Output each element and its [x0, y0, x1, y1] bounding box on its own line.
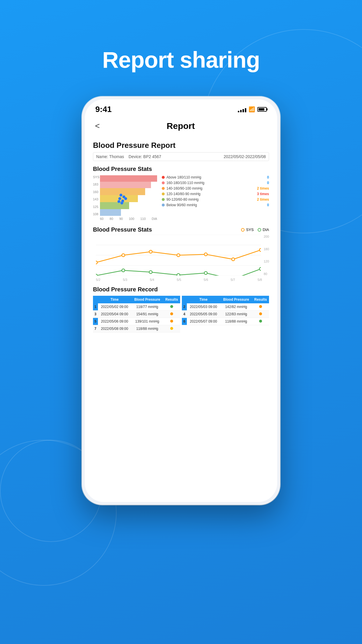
back-button[interactable]: < — [94, 120, 101, 132]
svg-point-19 — [122, 254, 125, 257]
legend-item-2: 160-180/100-110 mmHg 0 — [162, 181, 269, 185]
result-dot — [170, 320, 173, 323]
svg-point-18 — [96, 261, 97, 264]
row-bp: 118/88 mmHg — [131, 325, 163, 332]
table-row: 5 2022/05/06 09:00 139/101 mmHg — [93, 318, 180, 325]
table-row: 1 2022/05/02 09:00 118/77 mmHg — [93, 303, 180, 311]
result-dot — [259, 320, 262, 323]
line-chart-legend: SYS DIA — [241, 228, 269, 232]
signal-icon — [238, 106, 246, 112]
row-result — [163, 325, 180, 332]
table-header-row-left: Time Blood Pressure Results — [93, 296, 180, 303]
svg-point-26 — [122, 269, 125, 272]
svg-point-10 — [118, 197, 121, 200]
bp-legend: Above 180/110 mmHg 0 160-180/100-110 mmH… — [162, 175, 269, 209]
report-date: 2022/05/02-2022/05/08 — [224, 154, 266, 159]
row-num: 2 — [182, 303, 187, 311]
scatter-y-labels: SYS 183 160 143 125 108 — [93, 175, 99, 220]
legend-item-5: 90-120/60-80 mmHg 2 times — [162, 197, 269, 202]
row-bp: 154/91 mmHg — [131, 311, 163, 318]
table-left: Time Blood Pressure Results 1 2022/05/02… — [93, 296, 180, 332]
result-dot — [259, 312, 262, 315]
line-chart-svg — [96, 235, 261, 276]
row-result — [163, 303, 180, 311]
chart-y-labels: 200 180 120 80 — [264, 235, 269, 276]
table-row: 3 2022/05/04 09:00 154/91 mmHg — [93, 311, 180, 318]
row-bp: 118/77 mmHg — [131, 303, 163, 311]
battery-icon — [257, 107, 267, 112]
row-num: 1 — [93, 303, 98, 311]
bp-table-left: Time Blood Pressure Results 1 2022/05/02… — [93, 296, 180, 332]
svg-point-23 — [232, 258, 235, 261]
svg-point-28 — [177, 274, 180, 276]
svg-point-21 — [177, 254, 180, 257]
report-name: Name: Thomas — [96, 154, 124, 159]
row-time: 2022/05/07 09:00 — [187, 318, 220, 325]
dia-dot — [258, 228, 261, 232]
legend-dot-3 — [162, 187, 165, 190]
result-dot — [170, 305, 173, 308]
th-bp-right: Blood Pressure — [220, 296, 252, 303]
result-dot — [259, 305, 262, 308]
legend-item-1: Above 180/110 mmHg 0 — [162, 175, 269, 179]
row-num: 4 — [182, 311, 187, 318]
table-row: 4 2022/05/05 09:00 122/83 mmHg — [182, 311, 269, 318]
table-right: Time Blood Pressure Results 2 2022/05/03… — [182, 296, 269, 332]
result-dot — [170, 312, 173, 315]
bp-table-right: Time Blood Pressure Results 2 2022/05/03… — [182, 296, 269, 325]
sys-dot — [241, 228, 245, 232]
scatter-chart: SYS 183 160 143 125 108 — [93, 175, 157, 220]
legend-dot-6 — [162, 204, 165, 206]
report-content: Blood Pressure Report Name: Thomas Devic… — [85, 138, 277, 502]
svg-point-24 — [259, 249, 261, 251]
legend-dot-4 — [162, 192, 165, 195]
nav-bar: < Report — [85, 117, 277, 138]
legend-item-4: 120-140/80-90 mmHg 3 times — [162, 192, 269, 196]
row-num: 6 — [182, 318, 187, 325]
svg-point-25 — [96, 274, 97, 276]
row-bp: 118/88 mmHg — [220, 318, 252, 325]
wifi-icon: 📶 — [249, 106, 255, 113]
th-bp-left: Blood Pressure — [131, 296, 163, 303]
table-section-title: Blood Pressure Record — [93, 286, 269, 293]
row-bp: 122/83 mmHg — [220, 311, 252, 318]
status-bar: 9:41 📶 — [85, 99, 277, 117]
row-result — [252, 311, 269, 318]
row-num: 3 — [93, 311, 98, 318]
nav-title: Report — [101, 121, 260, 131]
svg-point-22 — [204, 253, 207, 256]
legend-dot-5 — [162, 198, 165, 201]
svg-point-6 — [120, 194, 122, 197]
line-chart-container: 200 180 120 80 — [93, 235, 269, 281]
svg-point-9 — [124, 197, 127, 200]
row-time: 2022/05/04 09:00 — [98, 311, 131, 318]
row-time: 2022/05/08 09:00 — [98, 325, 131, 332]
result-dot — [170, 327, 173, 330]
row-time: 2022/05/02 09:00 — [98, 303, 131, 311]
row-result — [252, 303, 269, 311]
table-header-row-right: Time Blood Pressure Results — [182, 296, 269, 303]
svg-point-31 — [259, 267, 261, 270]
line-section-title: Blood Pressure Stats — [93, 226, 152, 233]
bp-scatter-section: SYS 183 160 143 125 108 — [93, 175, 269, 220]
status-time: 9:41 — [95, 105, 112, 114]
report-device: Device: BP2 4567 — [129, 154, 161, 159]
row-time: 2022/05/06 09:00 — [98, 318, 131, 325]
row-bp: 139/101 mmHg — [131, 318, 163, 325]
row-num: 7 — [93, 325, 98, 332]
row-time: 2022/05/05 09:00 — [187, 311, 220, 318]
row-result — [163, 318, 180, 325]
th-time-right: Time — [187, 296, 220, 303]
phone-screen: 9:41 📶 < Report Blood Pressu — [85, 99, 277, 502]
th-time-left: Time — [98, 296, 131, 303]
row-time: 2022/05/03 09:00 — [187, 303, 220, 311]
line-chart-section: Blood Pressure Stats SYS DIA — [93, 226, 269, 281]
row-bp: 142/82 mmHg — [220, 303, 252, 311]
line-chart-svg-area — [96, 235, 261, 276]
report-meta: Name: Thomas Device: BP2 4567 2022/05/02… — [93, 152, 269, 161]
th-results-left: Results — [163, 296, 180, 303]
table-section: Blood Pressure Record Time Blood Pressur… — [93, 286, 269, 332]
table-row: 6 2022/05/07 09:00 118/88 mmHg — [182, 318, 269, 325]
scatter-points — [100, 175, 157, 216]
th-results-right: Results — [252, 296, 269, 303]
